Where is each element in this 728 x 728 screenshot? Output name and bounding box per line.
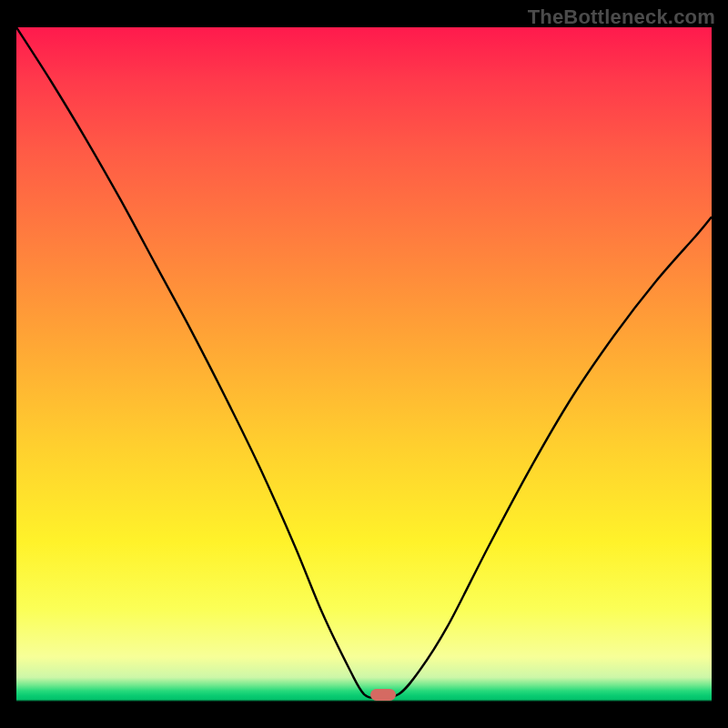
watermark-label: TheBottleneck.com bbox=[528, 5, 715, 29]
bottleneck-curve bbox=[16, 27, 712, 698]
plot-outer bbox=[16, 27, 712, 715]
minimum-marker bbox=[370, 689, 396, 701]
curve-overlay bbox=[16, 27, 712, 704]
chart-frame: TheBottleneck.com bbox=[0, 0, 728, 728]
